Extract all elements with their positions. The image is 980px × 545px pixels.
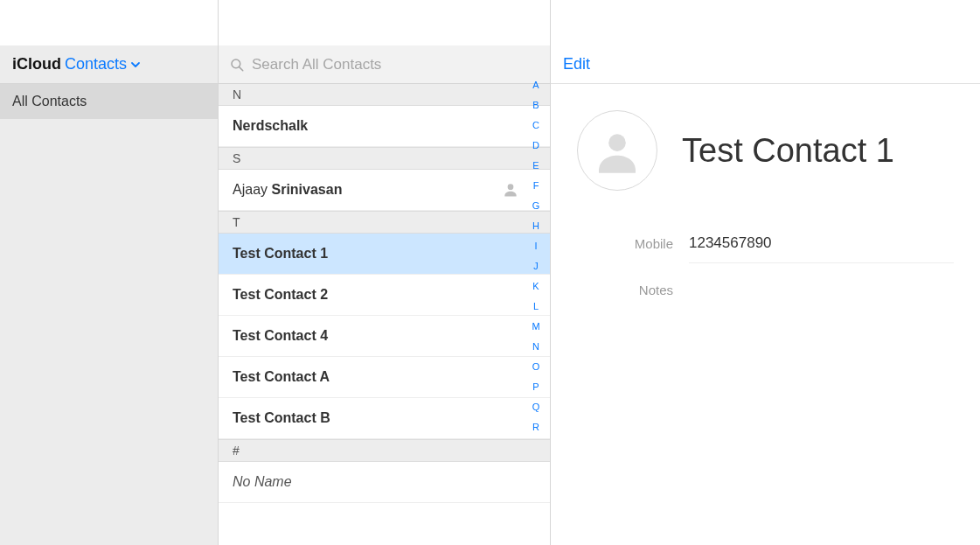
person-icon — [502, 181, 519, 199]
app-title-secondary: Contacts — [65, 55, 127, 73]
section-header: S — [219, 147, 550, 170]
contact-name-text: Nerdschalk — [233, 118, 308, 134]
contact-list-column: N Nerdschalk S Ajaay Srinivasan T Test C… — [219, 0, 551, 545]
alpha-index-letter[interactable]: C — [532, 121, 539, 130]
section-header: T — [219, 211, 550, 234]
alpha-index-letter[interactable]: N — [532, 342, 539, 352]
detail-toolbar: Edit — [551, 45, 980, 84]
app-root: iCloud Contacts All Contacts N Nerdschal… — [0, 0, 980, 545]
field-label: Mobile — [577, 234, 673, 251]
search-icon — [229, 57, 245, 73]
contact-first-name: Ajaay — [233, 182, 268, 198]
groups-sidebar: iCloud Contacts All Contacts — [0, 0, 219, 545]
svg-line-1 — [240, 66, 243, 70]
alpha-index-letter[interactable]: E — [532, 161, 539, 171]
alpha-index-letter[interactable]: I — [534, 241, 537, 251]
contact-name-text: Test Contact B — [233, 410, 330, 426]
alpha-index-letter[interactable]: O — [532, 362, 540, 372]
alpha-index-letter[interactable]: L — [533, 302, 539, 311]
alpha-index-letter[interactable]: G — [532, 201, 540, 211]
alpha-index-letter[interactable]: F — [533, 181, 539, 191]
sidebar-header[interactable]: iCloud Contacts — [0, 45, 218, 84]
alpha-index-letter[interactable]: J — [533, 262, 539, 271]
alpha-index-letter[interactable]: A — [532, 80, 539, 90]
alpha-index-letter[interactable]: H — [532, 221, 539, 231]
detail-spacer — [551, 0, 980, 45]
field-row-notes: Notes — [577, 272, 954, 311]
search-input[interactable] — [252, 56, 539, 73]
contact-row[interactable]: Test Contact 1 — [219, 234, 550, 275]
alpha-index-letter[interactable]: M — [532, 322, 539, 332]
field-value[interactable]: 1234567890 — [689, 234, 954, 263]
contact-row[interactable]: Test Contact 2 — [219, 275, 550, 316]
avatar-placeholder[interactable] — [577, 110, 657, 191]
svg-point-3 — [608, 134, 626, 151]
contact-list[interactable]: N Nerdschalk S Ajaay Srinivasan T Test C… — [219, 84, 550, 545]
alpha-index-letter[interactable]: K — [532, 282, 539, 291]
alpha-index-letter[interactable]: R — [532, 423, 539, 432]
detail-body: Test Contact 1 Mobile 1234567890 Notes — [551, 84, 980, 311]
contact-row[interactable]: Nerdschalk — [219, 106, 550, 147]
edit-button[interactable]: Edit — [563, 55, 590, 73]
section-header: N — [219, 84, 550, 106]
list-spacer — [219, 0, 550, 45]
field-row-mobile: Mobile 1234567890 — [577, 226, 954, 272]
alpha-index-letter[interactable]: D — [532, 141, 539, 150]
alpha-index-letter[interactable]: P — [532, 382, 539, 392]
contact-name-text: No Name — [233, 474, 292, 490]
svg-point-2 — [508, 184, 514, 190]
alpha-index[interactable]: A B C D E F G H I J K L M N O P Q R — [527, 0, 545, 545]
app-title-primary: iCloud — [12, 55, 61, 73]
field-value[interactable] — [689, 281, 954, 302]
contact-last-name: Srinivasan — [271, 182, 342, 198]
group-item-all-contacts[interactable]: All Contacts — [0, 84, 218, 119]
contact-display-name: Test Contact 1 — [682, 132, 894, 170]
group-item-label: All Contacts — [12, 94, 87, 108]
contact-row[interactable]: Test Contact 4 — [219, 316, 550, 357]
sidebar-spacer — [0, 0, 218, 45]
search-bar — [219, 45, 550, 84]
contact-name-text: Test Contact 1 — [233, 246, 328, 262]
section-header: # — [219, 439, 550, 462]
field-label: Notes — [577, 281, 673, 297]
contact-row[interactable]: Test Contact B — [219, 398, 550, 439]
group-list: All Contacts — [0, 84, 218, 545]
chevron-down-icon — [130, 59, 141, 70]
detail-header: Test Contact 1 — [577, 110, 954, 191]
contact-name-text: Test Contact 2 — [233, 287, 328, 303]
contact-row[interactable]: No Name — [219, 462, 550, 503]
alpha-index-letter[interactable]: B — [532, 101, 539, 110]
contact-detail-panel: Edit Test Contact 1 Mobile 1234567890 No… — [551, 0, 980, 545]
contact-name-text: Test Contact A — [233, 369, 330, 385]
contact-row[interactable]: Test Contact A — [219, 357, 550, 398]
alpha-index-letter[interactable]: Q — [532, 402, 540, 412]
contact-row[interactable]: Ajaay Srinivasan — [219, 170, 550, 211]
contact-name-text: Test Contact 4 — [233, 328, 328, 344]
